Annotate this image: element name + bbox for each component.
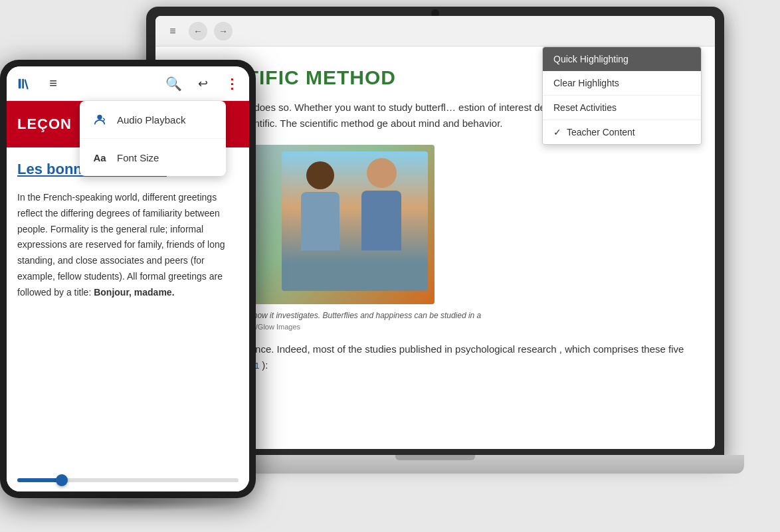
- library-icon[interactable]: [15, 74, 33, 93]
- browser-menu-button[interactable]: ≡: [163, 22, 182, 41]
- browser-back-button[interactable]: ←: [189, 22, 207, 41]
- svg-point-2: [97, 115, 102, 120]
- tablet-dropdown-menu: Audio Playback Aa Font Size: [80, 101, 226, 176]
- tablet: ≡ 🔍 ↩ ⋮ LEÇON: [0, 60, 262, 498]
- reset-activities-label: Reset Activities: [553, 102, 617, 113]
- svg-rect-1: [22, 78, 24, 88]
- tablet-content-area: Les bonnes manières In the French-speaki…: [7, 147, 249, 491]
- tablet-screen-bezel: ≡ 🔍 ↩ ⋮ LEÇON: [7, 66, 249, 491]
- browser-forward-button[interactable]: →: [214, 22, 233, 41]
- person2-head: [306, 161, 334, 189]
- slider-thumb[interactable]: [56, 474, 68, 486]
- tablet-search-icon[interactable]: 🔍: [164, 74, 183, 93]
- person2-body: [301, 192, 340, 250]
- quick-highlight-header: Quick Highlighting: [543, 47, 701, 71]
- checkmark-icon: ✓: [553, 127, 561, 137]
- person2: [295, 161, 345, 261]
- audio-icon: [90, 110, 109, 129]
- tablet-screen: ≡ 🔍 ↩ ⋮ LEÇON: [7, 66, 249, 491]
- tablet-body: ≡ 🔍 ↩ ⋮ LEÇON: [0, 60, 256, 498]
- tablet-shadow: [20, 491, 243, 511]
- tablet-bold-text: Bonjour, madame.: [94, 287, 174, 298]
- font-size-icon: Aa: [90, 148, 109, 167]
- person1-body: [361, 191, 401, 250]
- reset-activities-item[interactable]: Reset Activities: [543, 96, 701, 120]
- clear-highlights-item[interactable]: Clear Highlights: [543, 71, 701, 96]
- font-size-item[interactable]: Aa Font Size: [80, 139, 226, 176]
- clear-highlights-label: Clear Highlights: [553, 78, 619, 88]
- audio-playback-label: Audio Playback: [117, 114, 185, 126]
- person1: [355, 158, 408, 258]
- menu-lines-icon: ≡: [169, 25, 175, 37]
- banner-label: LEÇON: [17, 116, 72, 133]
- tablet-toolbar: ≡ 🔍 ↩ ⋮: [7, 66, 249, 101]
- people-image: [282, 151, 428, 291]
- teacher-content-item[interactable]: ✓ Teacher Content: [543, 120, 701, 144]
- font-size-label: Font Size: [117, 152, 159, 163]
- quick-highlight-dropdown: Quick Highlighting Clear Highlights Rese…: [542, 46, 702, 145]
- tablet-back-icon[interactable]: ↩: [193, 74, 212, 93]
- teacher-content-label: Teacher Content: [567, 127, 635, 137]
- tablet-slider[interactable]: [17, 478, 239, 482]
- back-arrow-icon: ←: [193, 26, 203, 37]
- audio-playback-item[interactable]: Audio Playback: [80, 101, 226, 139]
- slider-fill: [17, 478, 62, 482]
- browser-toolbar: ≡ ← →: [155, 16, 715, 46]
- tablet-menu-icon[interactable]: ≡: [44, 74, 62, 93]
- person1-head: [367, 158, 397, 188]
- forward-arrow-icon: →: [219, 26, 228, 37]
- svg-rect-0: [19, 78, 21, 88]
- tablet-more-icon[interactable]: ⋮: [223, 74, 241, 93]
- tablet-body-paragraph: In the French-speaking world, different …: [17, 190, 239, 301]
